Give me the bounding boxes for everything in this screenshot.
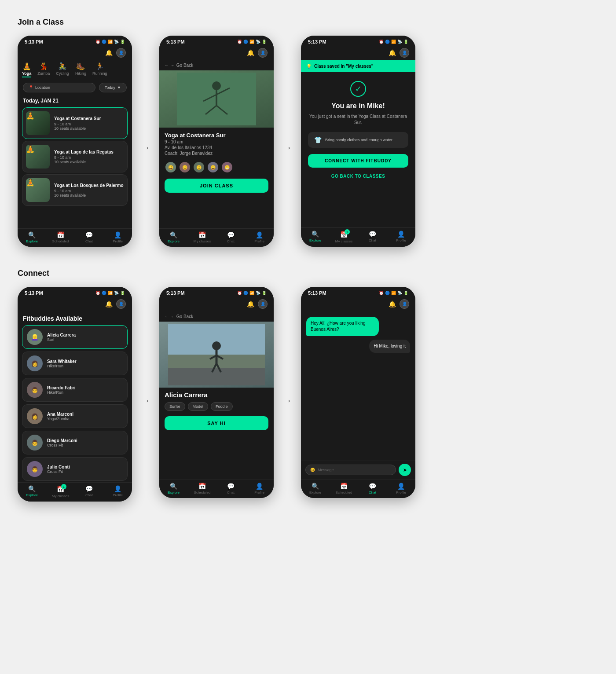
filter-row: 📍 Location Today ▼	[18, 80, 132, 95]
buddy-name-6: Julio Conti	[47, 465, 70, 469]
bottom-nav-6: 🔍 Explore 📅 Scheduled 💬 Chat 👤 Profile	[301, 480, 415, 498]
myclasses-badge-container: 📅 1	[340, 231, 348, 238]
back-arrow-icon: ←	[165, 63, 169, 68]
tab-running[interactable]: 🏃 Running	[92, 62, 107, 77]
avatar-5[interactable]: 👤	[258, 299, 268, 309]
tip-card: 👕 Bring comfy clothes and enough water	[308, 132, 408, 148]
scheduled-nav-label-5: Scheduled	[194, 491, 211, 495]
status-time-4: 5:13 PM	[25, 290, 43, 296]
chat-nav-icon-3: 💬	[369, 231, 376, 238]
class-card-3[interactable]: 🧘 Yoga at Los Bosques de Palermo 9 - 10 …	[22, 174, 128, 206]
status-icons-4: ⏰ 🔵 📶 📡 🔋	[95, 291, 125, 295]
tab-zumba[interactable]: 💃 Zumba	[37, 62, 50, 77]
join-class-btn[interactable]: JOIN CLASS	[165, 179, 268, 193]
go-back-btn-2[interactable]: ← ← Go Back	[159, 60, 274, 70]
nav-myclasses-4[interactable]: 📅 1 My classes	[46, 485, 75, 498]
say-hi-btn[interactable]: SAY HI	[165, 416, 268, 430]
nav-explore-3[interactable]: 🔍 Explore	[301, 231, 330, 243]
buddy-card-6[interactable]: 👨 Julio Conti Cross Fit	[22, 457, 128, 481]
profile-nav-label-6: Profile	[396, 491, 406, 495]
explore-nav-label-5: Explore	[168, 491, 180, 495]
nav-explore-4[interactable]: 🔍 Explore	[18, 485, 46, 498]
wifi-icon-6: 📶	[391, 291, 396, 295]
buddy-card-2[interactable]: 👩 Sara Whitaker Hike/Run	[22, 352, 128, 375]
battery-icon-2: 🔋	[262, 40, 267, 44]
buddy-card-3[interactable]: 👨 Ricardo Fabri Hike/Run	[22, 378, 128, 402]
buddy-card-5[interactable]: 👨 Diego Marconi Cross Fit	[22, 431, 128, 454]
nav-chat-6[interactable]: 💬 Chat	[358, 483, 387, 495]
avatar-2[interactable]: 👤	[258, 48, 268, 58]
nav-scheduled-5[interactable]: 📅 Scheduled	[188, 483, 216, 495]
avatar-3[interactable]: 👤	[400, 48, 409, 58]
nav-chat-1[interactable]: 💬 Chat	[75, 231, 103, 243]
date-filter[interactable]: Today ▼	[99, 83, 127, 92]
svg-point-1	[212, 81, 221, 90]
nav-explore-6[interactable]: 🔍 Explore	[301, 483, 330, 495]
status-time-6: 5:13 PM	[308, 290, 326, 296]
bell-icon-1[interactable]: 🔔	[105, 49, 113, 56]
tab-cycling[interactable]: 🚴 Cycling	[56, 62, 69, 77]
nav-explore-1[interactable]: 🔍 Explore	[18, 231, 46, 243]
avatar-4[interactable]: 👤	[116, 299, 126, 309]
alarm-icon-5: ⏰	[237, 291, 242, 295]
buddy-name-2: Sara Whitaker	[47, 359, 77, 364]
nav-profile-3[interactable]: 👤 Profile	[387, 231, 415, 243]
nav-chat-2[interactable]: 💬 Chat	[216, 231, 245, 243]
nav-explore-2[interactable]: 🔍 Explore	[159, 231, 188, 243]
chat-nav-label-3: Chat	[369, 238, 376, 242]
buddy-card-4[interactable]: 👩 Ana Marconi Yoga/Zumba	[22, 404, 128, 428]
nav-myclasses-3[interactable]: 📅 1 My classes	[330, 231, 358, 243]
classes-list: 🧘 Yoga at Costanera Sur 9 - 10 am 10 sea…	[18, 106, 132, 228]
location-text: Location	[35, 85, 50, 90]
nav-profile-6[interactable]: 👤 Profile	[387, 483, 415, 495]
top-bar-5: 🔔 👤	[159, 297, 274, 311]
bell-icon-4[interactable]: 🔔	[105, 300, 113, 308]
class-hero-img	[159, 70, 274, 128]
nav-scheduled-6[interactable]: 📅 Scheduled	[330, 483, 358, 495]
nav-scheduled-1[interactable]: 📅 Scheduled	[46, 231, 75, 243]
nav-myclasses-2[interactable]: 📅 My classes	[188, 231, 216, 243]
profile-svg	[168, 324, 265, 385]
go-back-classes-link[interactable]: GO BACK TO CLASSES	[331, 174, 385, 179]
saved-banner: 💡 Class saved in "My classes"	[301, 60, 415, 72]
status-icons-5: ⏰ 🔵 📶 📡 🔋	[237, 291, 267, 295]
bell-icon-3[interactable]: 🔔	[389, 49, 396, 56]
chat-nav-label: Chat	[85, 239, 93, 243]
class-info-2: Yoga at Lago de las Regatas 9 - 10 am 10…	[54, 150, 124, 164]
class-name-3: Yoga at Los Bosques de Palermo	[54, 183, 124, 188]
tab-hiking[interactable]: 🥾 Hiking	[75, 62, 86, 77]
nav-profile-5[interactable]: 👤 Profile	[245, 483, 274, 495]
bell-icon-5[interactable]: 🔔	[247, 300, 254, 308]
date-section: Today, JAN 21	[18, 95, 132, 106]
wifi-icon-4: 📶	[108, 291, 113, 295]
class-thumb-1: 🧘	[26, 111, 50, 135]
avatar-6[interactable]: 👤	[400, 299, 409, 309]
tab-yoga[interactable]: 🧘 Yoga	[22, 62, 31, 77]
buddy-avatar-3: 👨	[27, 382, 43, 398]
connect-fitbuddy-btn[interactable]: CONNECT WITH FITBUDDY	[308, 154, 408, 168]
content-3: ✓ You are in Mike! You just got a seat i…	[301, 72, 415, 227]
nav-chat-4[interactable]: 💬 Chat	[75, 485, 103, 498]
buddy-card-1[interactable]: 👱‍♀️ Alicia Carrera Surf	[22, 325, 128, 349]
chat-bubble-received-1: Hi Mike, loving it	[369, 340, 410, 353]
signal-icon-6: 📡	[397, 291, 402, 295]
nav-chat-5[interactable]: 💬 Chat	[216, 483, 245, 495]
nav-profile-2[interactable]: 👤 Profile	[245, 231, 274, 243]
chat-input-area[interactable]: 😊 Message	[305, 465, 396, 475]
bell-icon-2[interactable]: 🔔	[247, 49, 254, 56]
nav-profile-1[interactable]: 👤 Profile	[103, 231, 132, 243]
class-info-3: Yoga at Los Bosques de Palermo 9 - 10 am…	[54, 183, 124, 198]
class-card-2[interactable]: 🧘 Yoga at Lago de las Regatas 9 - 10 am …	[22, 141, 128, 172]
send-message-btn[interactable]: ➤	[399, 464, 411, 476]
location-filter[interactable]: 📍 Location	[23, 83, 95, 92]
bell-icon-6[interactable]: 🔔	[389, 300, 396, 308]
scheduled-nav-icon-5: 📅	[198, 483, 206, 490]
avatar-1[interactable]: 👤	[116, 48, 126, 58]
class-card-1[interactable]: 🧘 Yoga at Costanera Sur 9 - 10 am 10 sea…	[22, 107, 128, 139]
go-back-btn-5[interactable]: ← ← Go Back	[159, 311, 274, 322]
explore-nav-icon-4: 🔍	[28, 485, 36, 492]
nav-explore-5[interactable]: 🔍 Explore	[159, 483, 188, 495]
nav-chat-3[interactable]: 💬 Chat	[358, 231, 387, 243]
nav-profile-4[interactable]: 👤 Profile	[103, 485, 132, 498]
bottom-nav-5: 🔍 Explore 📅 Scheduled 💬 Chat 👤 Profile	[159, 480, 274, 498]
